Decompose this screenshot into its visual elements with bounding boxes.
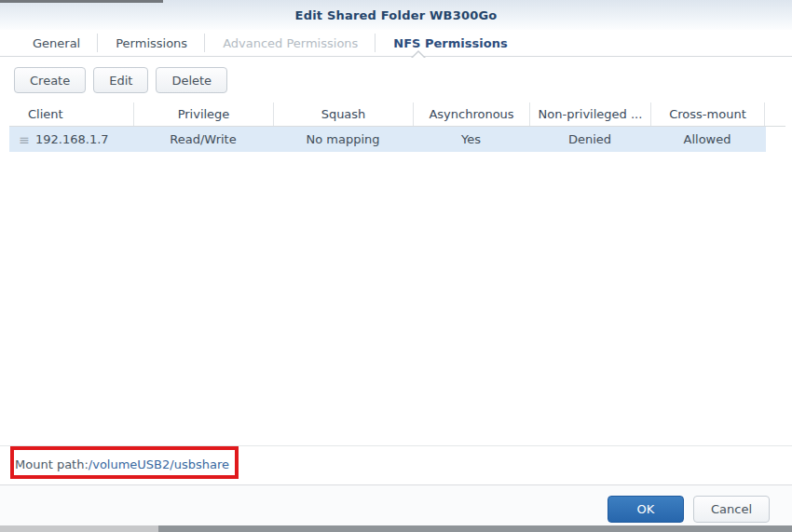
- tab-permissions-label: Permissions: [116, 36, 187, 50]
- cell-non-privileged: Denied: [529, 127, 650, 152]
- tab-advanced-permissions-label: Advanced Permissions: [223, 36, 358, 50]
- tab-general-label: General: [33, 36, 80, 50]
- create-button[interactable]: Create: [14, 67, 86, 93]
- tab-advanced-permissions: Advanced Permissions: [205, 30, 376, 56]
- active-tab-caret-icon: [411, 50, 426, 58]
- column-header-cross-mount[interactable]: Cross-mount: [650, 102, 764, 126]
- window-top-edge: [0, 0, 163, 3]
- status-bar: Mount path:/volumeUSB2/usbshare: [0, 445, 792, 483]
- tab-nfs-permissions-label: NFS Permissions: [393, 36, 507, 50]
- cell-asynchronous: Yes: [413, 127, 529, 152]
- column-header-spacer: [764, 102, 785, 126]
- dialog-titlebar: Edit Shared Folder WB300Go: [0, 0, 792, 30]
- cell-privilege: Read/Write: [133, 127, 273, 152]
- cell-squash: No mapping: [273, 127, 413, 152]
- dialog-footer: OK Cancel: [0, 484, 792, 525]
- delete-button[interactable]: Delete: [156, 67, 227, 93]
- edit-button[interactable]: Edit: [93, 67, 148, 93]
- nfs-toolbar: Create Edit Delete: [14, 67, 227, 93]
- nfs-rules-table: Client Privilege Squash Asynchronous Non…: [9, 102, 785, 152]
- mount-path-value: /volumeUSB2/usbshare: [89, 457, 229, 471]
- edit-shared-folder-dialog: Edit Shared Folder WB300Go General Permi…: [0, 0, 792, 532]
- column-header-squash[interactable]: Squash: [273, 102, 413, 126]
- ok-button[interactable]: OK: [608, 496, 684, 523]
- table-header-row: Client Privilege Squash Asynchronous Non…: [9, 102, 785, 127]
- cancel-button[interactable]: Cancel: [693, 496, 770, 523]
- column-header-privilege[interactable]: Privilege: [133, 102, 273, 126]
- window-bottom-edge-left: [0, 525, 158, 532]
- cell-client: ≡ 192.168.1.7: [9, 127, 133, 152]
- tab-general[interactable]: General: [15, 30, 98, 56]
- mount-path-label: Mount path:: [15, 457, 89, 471]
- cell-cross-mount: Allowed: [650, 127, 764, 152]
- column-header-non-privileged[interactable]: Non-privileged ...: [529, 102, 650, 126]
- dialog-title: Edit Shared Folder WB300Go: [295, 8, 498, 22]
- row-drag-handle-icon[interactable]: ≡: [13, 132, 35, 147]
- client-value: 192.168.1.7: [35, 132, 109, 146]
- tab-nfs-permissions[interactable]: NFS Permissions: [376, 30, 525, 56]
- column-header-client[interactable]: Client: [9, 102, 133, 126]
- column-header-asynchronous[interactable]: Asynchronous: [413, 102, 529, 126]
- tab-bar: General Permissions Advanced Permissions…: [0, 30, 792, 57]
- table-row[interactable]: ≡ 192.168.1.7 Read/Write No mapping Yes …: [9, 127, 766, 152]
- tab-permissions[interactable]: Permissions: [98, 30, 205, 56]
